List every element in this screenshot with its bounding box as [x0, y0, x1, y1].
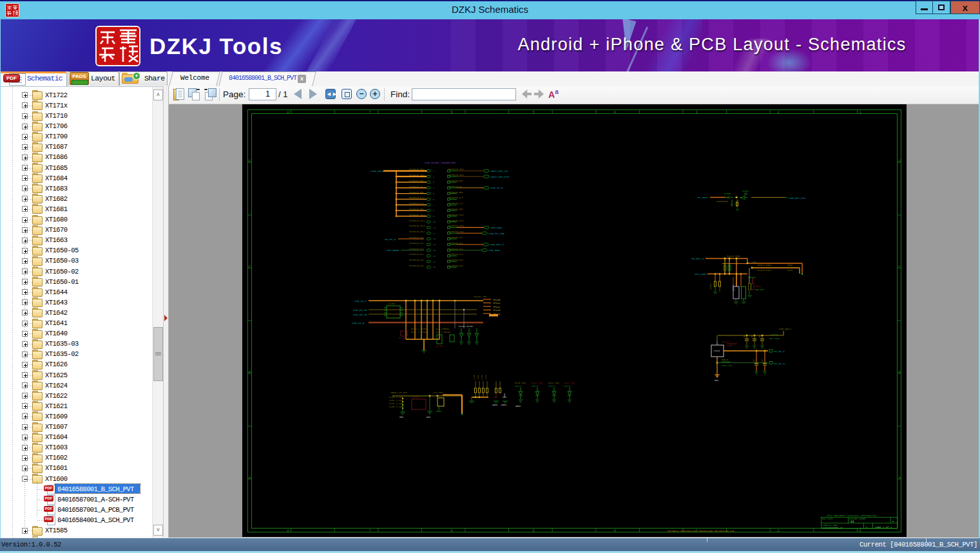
svg-text:J1640: J1640	[713, 350, 720, 352]
svg-text:1: 1	[859, 110, 861, 115]
svg-text:TP122: TP122	[493, 306, 501, 308]
svg-text:USB_CN_P: USB_CN_P	[354, 300, 367, 303]
svg-text:U1A 230R5X: U1A 230R5X	[436, 328, 450, 330]
svg-text:8: 8	[287, 110, 289, 115]
svg-text:R140 10K: R140 10K	[515, 382, 526, 384]
svg-text:2: 2	[433, 176, 434, 178]
svg-text:PCA9306DP: PCA9306DP	[716, 200, 728, 203]
svg-text:uPx_PAD1: uPx_PAD1	[695, 273, 707, 276]
svg-text:B: B	[898, 370, 901, 375]
svg-text:MICROUSB_SHL3: MICROUSB_SHL3	[409, 225, 425, 227]
svg-text:UD_PN_N: UD_PN_N	[385, 238, 396, 241]
svg-text:MICROUSB_NC5: MICROUSB_NC5	[448, 259, 463, 261]
svg-text:D: D	[898, 159, 901, 164]
svg-text:B: B	[249, 370, 251, 375]
svg-text:14: 14	[433, 243, 436, 246]
svg-text:8: 8	[433, 209, 434, 212]
svg-text:9: 9	[433, 215, 434, 218]
svg-text:A: A	[249, 476, 251, 480]
svg-text:R1628: R1628	[755, 285, 762, 288]
svg-text:VPH_PWR: VPH_PWR	[491, 227, 502, 229]
svg-text:USB_DM_SW: USB_DM_SW	[353, 314, 367, 316]
svg-text:C130 2.2UF: C130 2.2UF	[389, 396, 403, 398]
svg-text:B: B	[866, 526, 867, 529]
svg-text:U1200: U1200	[388, 303, 395, 305]
svg-text:MICROUSB_GND: MICROUSB_GND	[448, 180, 463, 182]
svg-text:MICROUSB_SHL4: MICROUSB_SHL4	[448, 230, 464, 233]
svg-text:R1204: R1204	[399, 337, 406, 339]
svg-text:MICROUSB_NC1: MICROUSB_NC1	[448, 236, 463, 239]
svg-text:MICROUSB_NC5: MICROUSB_NC5	[409, 259, 423, 261]
svg-text:0402: 0402	[787, 264, 793, 267]
svg-text:5: 5	[532, 529, 535, 533]
svg-text:C: C	[898, 265, 901, 269]
svg-text:USB_IN_W: USB_IN_W	[352, 322, 365, 324]
svg-text:TP121: TP121	[493, 302, 501, 305]
svg-text:AGND: AGND	[492, 404, 497, 406]
svg-text:VREG_L13 1P8: VREG_L13 1P8	[390, 391, 407, 394]
svg-text:C133: C133	[485, 375, 487, 380]
svg-text:SOT23: SOT23	[515, 385, 521, 388]
svg-text:7: 7	[369, 529, 371, 533]
svg-text:6: 6	[433, 198, 434, 201]
svg-text:VBUS_DET_SW: VBUS_DET_SW	[491, 170, 508, 173]
svg-text:1: 1	[859, 529, 861, 533]
svg-text:MICROUSB_NC1: MICROUSB_NC1	[409, 236, 423, 239]
svg-text:C: C	[249, 265, 251, 269]
svg-text:MICROUSB_D_N: MICROUSB_D_N	[448, 202, 463, 205]
svg-text:VAD_BAL2: VAD_BAL2	[779, 328, 792, 330]
svg-text:MICROUSB_NC2: MICROUSB_NC2	[448, 242, 463, 245]
svg-text:16: 16	[433, 255, 436, 258]
svg-text:L13 1UH: L13 1UH	[433, 391, 443, 394]
svg-text:D: D	[249, 159, 251, 164]
svg-text:UID_BAND: UID_BAND	[387, 249, 399, 252]
svg-text:MICROUSB_SHL2: MICROUSB_SHL2	[409, 220, 425, 222]
svg-text:7: 7	[369, 110, 371, 115]
svg-text:GND: GND	[399, 416, 403, 418]
svg-text:R142 10K: R142 10K	[548, 382, 560, 384]
svg-text:C132 2.2UF: C132 2.2UF	[389, 402, 403, 405]
svg-text:MICROUSB_NC3: MICROUSB_NC3	[448, 248, 463, 250]
svg-text:MICROUSB_GND: MICROUSB_GND	[448, 191, 463, 194]
svg-text:10: 10	[433, 221, 436, 223]
svg-text:AP_D 1.8VSD: AP_D 1.8VSD	[411, 328, 427, 330]
svg-text:GND: GND	[715, 379, 718, 382]
svg-text:6: 6	[450, 110, 453, 115]
svg-text:GND_DET: GND_DET	[755, 288, 764, 291]
svg-text:DNI 0402: DNI 0402	[769, 337, 780, 340]
svg-text:17: 17	[433, 261, 436, 263]
svg-text:MICROUSB_D_P: MICROUSB_D_P	[448, 196, 463, 199]
svg-text:MOTOROLA CONFIDENTIAL PROPRIET: MOTOROLA CONFIDENTIAL PROPRIETARY RESTRI…	[668, 530, 735, 532]
svg-text:15: 15	[433, 249, 436, 252]
svg-text:MICROUSB_GND: MICROUSB_GND	[448, 208, 463, 211]
svg-text:R1622 0402: R1622 0402	[758, 264, 771, 267]
svg-text:USB_ID_B: USB_ID_B	[491, 187, 504, 189]
svg-text:VB_DET_N: VB_DET_N	[691, 258, 704, 260]
svg-text:MICROUSB_GND: MICROUSB_GND	[409, 180, 423, 182]
svg-text:USB_DP_SW: USB_DP_SW	[353, 309, 367, 312]
svg-text:MICROUSB_NC4: MICROUSB_NC4	[448, 253, 463, 256]
svg-text:MICROUSB_ID: MICROUSB_ID	[448, 185, 462, 188]
svg-text:4: 4	[613, 110, 616, 115]
svg-text:5: 5	[532, 110, 535, 115]
svg-text:5: 5	[433, 192, 434, 195]
svg-text:2: 2	[777, 529, 780, 533]
svg-text:SOT23: SOT23	[564, 385, 570, 388]
svg-text:MICROUSB_D_P: MICROUSB_D_P	[409, 196, 423, 199]
svg-text:MICROUSB_NC6: MICROUSB_NC6	[409, 265, 423, 267]
svg-text:USB_VBUS: USB_VBUS	[371, 170, 384, 173]
svg-text:D143 LED: D143 LED	[564, 382, 575, 384]
svg-text:SOT23: SOT23	[532, 385, 538, 388]
svg-text:C130: C130	[473, 375, 476, 380]
svg-text:A: A	[898, 476, 901, 480]
svg-text:TP123: TP123	[493, 309, 501, 312]
svg-text:84016588001_B: 84016588001_B	[822, 527, 843, 529]
svg-text:R1601: R1601	[724, 192, 731, 195]
svg-text:AGND: AGND	[501, 404, 506, 406]
svg-text:84: 84	[850, 520, 854, 523]
svg-text:U1301: U1301	[412, 396, 419, 398]
svg-text:MICROUSB_ID: MICROUSB_ID	[409, 185, 423, 188]
svg-text:D1601: D1601	[742, 190, 749, 192]
svg-text:C17: C17	[762, 359, 764, 362]
svg-text:USB_PD_SMB: USB_PD_SMB	[489, 232, 505, 235]
